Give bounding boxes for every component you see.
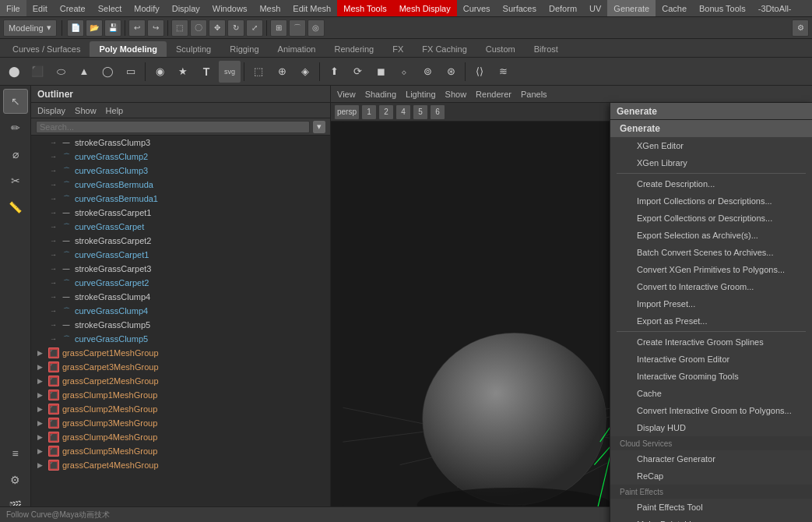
settings-btn[interactable]: ⚙ (792, 19, 809, 37)
outliner-item[interactable]: →⌒curveGrassClump4 (31, 304, 330, 318)
menu-3dtoall[interactable]: -3DtoAll- (752, 0, 798, 16)
outliner-item[interactable]: →—strokeGrassClump5 (31, 318, 330, 332)
menu-item[interactable]: Display HUD (610, 419, 812, 436)
extrude-btn[interactable]: ⬆ (323, 61, 345, 83)
outliner-item[interactable]: →—strokeGrassClump4 (31, 290, 330, 304)
tab-rendering[interactable]: Rendering (325, 41, 383, 57)
workspace-dropdown[interactable]: Modeling ▾ (3, 19, 57, 37)
menu-item[interactable]: Make Paintable (610, 516, 812, 522)
mirror-btn[interactable]: ⬚ (248, 61, 269, 83)
star-btn[interactable]: ★ (172, 61, 194, 83)
menu-item[interactable]: Convert XGen Primitives to Polygons... (610, 261, 812, 278)
outliner-item[interactable]: →⌒curveGrassCarpet1 (31, 248, 330, 262)
outliner-item[interactable]: →⌒curveGrassClump3 (31, 164, 330, 178)
menu-item[interactable]: Paint Effects Tool (610, 499, 812, 516)
undo-btn[interactable]: ↩ (128, 19, 146, 37)
menu-mesh-tools[interactable]: Mesh Tools (337, 0, 392, 16)
smooth-btn[interactable]: ≋ (492, 61, 514, 83)
channel-box-btn[interactable]: ≡ (3, 441, 28, 466)
outliner-item[interactable]: →—strokeGrassCarpet3 (31, 262, 330, 276)
outliner-item[interactable]: ▶⬛grassClump2MeshGroup (31, 402, 330, 416)
move-btn[interactable]: ✥ (209, 19, 226, 37)
menu-item[interactable]: Convert to Interactive Groom... (610, 278, 812, 295)
snap-point-btn[interactable]: ◎ (308, 19, 325, 37)
vp-display-mode2[interactable]: 2 (378, 104, 394, 120)
camera-persp-btn[interactable]: persp (334, 104, 360, 120)
menu-deform[interactable]: Deform (543, 0, 583, 16)
vp-menu-lighting[interactable]: Lighting (406, 90, 436, 99)
weld-btn[interactable]: ⊚ (417, 61, 438, 83)
menu-windows[interactable]: Windows (206, 0, 254, 16)
outliner-item[interactable]: ▶⬛grassCarpet4MeshGroup (31, 458, 330, 472)
open-scene-btn[interactable]: 📂 (86, 19, 103, 37)
menu-mesh[interactable]: Mesh (253, 0, 286, 16)
target-weld-btn[interactable]: ⊛ (440, 61, 462, 83)
menu-item[interactable]: XGen Library (610, 154, 812, 171)
bridge-btn[interactable]: ⬦ (393, 61, 415, 83)
menu-select[interactable]: Select (92, 0, 128, 16)
outliner-item[interactable]: ▶⬛grassClump4MeshGroup (31, 430, 330, 444)
menu-display[interactable]: Display (166, 0, 206, 16)
menu-item[interactable]: XGen Editor (610, 137, 812, 154)
outliner-item[interactable]: ▶⬛grassClump1MeshGroup (31, 388, 330, 402)
menu-create[interactable]: Create (54, 0, 92, 16)
lasso-btn[interactable]: 〇 (190, 19, 207, 37)
menu-item[interactable]: Convert Interactive Groom to Polygons... (610, 402, 812, 419)
tab-bifrost[interactable]: Bifrost (525, 41, 568, 57)
menu-item[interactable]: Import Collections or Descriptions... (610, 192, 812, 210)
vp-display-mode5[interactable]: 5 (413, 104, 428, 120)
knife-tool[interactable]: ✂ (3, 168, 28, 193)
vp-menu-shading[interactable]: Shading (365, 90, 396, 99)
menu-item[interactable]: Import Preset... (610, 295, 812, 312)
scale-btn[interactable]: ⤢ (246, 19, 263, 37)
tab-fx-caching[interactable]: FX Caching (413, 41, 476, 57)
measure-tool[interactable]: 📏 (3, 195, 28, 220)
tab-sculpting[interactable]: Sculpting (167, 41, 220, 57)
attribute-btn[interactable]: ⚙ (3, 467, 28, 492)
menu-item[interactable]: Cache (610, 385, 812, 402)
menu-edit-mesh[interactable]: Edit Mesh (286, 0, 337, 16)
outliner-item[interactable]: ▶⬛grassCarpet2MeshGroup (31, 374, 330, 388)
paint-tool[interactable]: ✏ (3, 115, 28, 140)
menu-curves[interactable]: Curves (457, 0, 497, 16)
sphere-btn[interactable]: ⬤ (3, 61, 25, 83)
fill-btn[interactable]: ◼ (370, 61, 392, 83)
tab-custom[interactable]: Custom (476, 41, 525, 57)
svg-btn[interactable]: svg (219, 61, 241, 83)
outliner-item[interactable]: →⌒curveGrassClump2 (31, 150, 330, 164)
menu-mesh-display[interactable]: Mesh Display (393, 0, 457, 16)
outliner-item[interactable]: ▶⬛grassCarpet3MeshGroup (31, 360, 330, 374)
vp-display-mode4[interactable]: 4 (395, 104, 411, 120)
menu-bonus-tools[interactable]: Bonus Tools (693, 0, 752, 16)
menu-item[interactable]: Export as Preset... (610, 312, 812, 330)
save-scene-btn[interactable]: 💾 (104, 19, 121, 37)
outliner-item[interactable]: →—strokeGrassCarpet2 (31, 234, 330, 248)
combine-btn[interactable]: ⊕ (271, 61, 293, 83)
menu-item[interactable]: Create Interactive Groom Splines (610, 333, 812, 351)
text-btn[interactable]: T (195, 61, 217, 83)
vp-display-mode6[interactable]: 6 (430, 104, 445, 120)
tab-animation[interactable]: Animation (269, 41, 325, 57)
snap-grid-btn[interactable]: ⊞ (270, 19, 287, 37)
snap-curve-btn[interactable]: ⌒ (289, 19, 306, 37)
outliner-item[interactable]: ▶⬛grassClump5MeshGroup (31, 444, 330, 458)
disk-btn[interactable]: ◉ (149, 61, 170, 83)
cube-btn[interactable]: ⬛ (26, 61, 48, 83)
menu-file[interactable]: File (0, 0, 26, 16)
outliner-menu-help[interactable]: Help (106, 106, 124, 115)
menu-item[interactable]: Interactive Grooming Tools (610, 368, 812, 385)
vp-menu-renderer[interactable]: Renderer (476, 90, 511, 99)
plane-btn[interactable]: ▭ (120, 61, 142, 83)
outliner-menu-show[interactable]: Show (75, 106, 97, 115)
bevel-btn[interactable]: ◈ (294, 61, 316, 83)
menu-edit[interactable]: Edit (26, 0, 54, 16)
menu-item[interactable]: Character Generator (610, 450, 812, 467)
tab-fx[interactable]: FX (383, 41, 413, 57)
outliner-menu-display[interactable]: Display (37, 106, 65, 115)
menu-item[interactable]: Export Selection as Archive(s)... (610, 227, 812, 244)
menu-item[interactable]: Interactive Groom Editor (610, 351, 812, 368)
menu-item[interactable]: Export Collections or Descriptions... (610, 210, 812, 227)
select-btn[interactable]: ⬚ (171, 19, 188, 37)
menu-item[interactable]: Create Description... (610, 175, 812, 192)
sculpt-tool[interactable]: ⌀ (3, 142, 28, 167)
